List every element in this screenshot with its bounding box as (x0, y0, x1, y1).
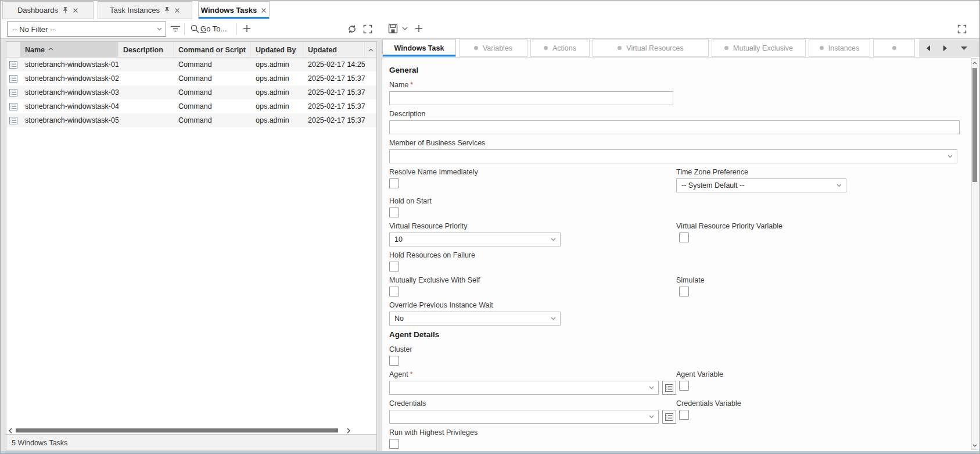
simulate-checkbox[interactable] (679, 287, 689, 296)
save-menu-chevron-icon[interactable] (402, 27, 408, 31)
required-asterisk: * (410, 81, 413, 89)
run-with-highest-privileges-label: Run with Highest Privileges (389, 428, 971, 437)
scroll-left-icon[interactable] (6, 427, 14, 434)
resolve-name-immediately-label: Resolve Name Immediately (389, 168, 676, 176)
filter-select-value: -- No Filter -- (12, 25, 157, 34)
credentials-variable-checkbox[interactable] (679, 410, 689, 420)
search-icon[interactable] (190, 24, 200, 34)
go-to-label: o To... (206, 24, 227, 33)
virtual-resource-priority-label: Virtual Resource Priority (389, 222, 676, 230)
credentials-variable-label: Credentials Variable (676, 399, 971, 407)
windows-task-form: General Name* Description Member of Bus (382, 57, 971, 451)
vertical-scrollbar[interactable] (971, 58, 978, 450)
cell-name: stonebranch-windowstask-05 (20, 116, 119, 124)
scroll-down-icon[interactable] (972, 441, 978, 449)
horizontal-scrollbar-thumb[interactable] (16, 428, 338, 432)
hold-on-start-label: Hold on Start (389, 197, 971, 205)
save-icon[interactable] (387, 23, 399, 34)
section-heading-agent-details: Agent Details (389, 330, 971, 339)
agent-select[interactable] (389, 381, 659, 395)
go-to-button[interactable]: Go To... (200, 24, 227, 33)
close-icon[interactable] (261, 8, 267, 13)
tab-scroll-left-icon[interactable] (919, 45, 936, 52)
status-bar: 5 Windows Tasks (6, 434, 376, 451)
refresh-icon[interactable] (347, 24, 357, 34)
virtual-resource-priority-select[interactable]: 10 (389, 233, 561, 246)
tab-variables[interactable]: Variables (459, 39, 527, 57)
run-with-highest-privileges-checkbox[interactable] (389, 439, 399, 449)
vertical-scrollbar-thumb[interactable] (972, 68, 977, 182)
time-zone-preference-select[interactable]: -- System Default -- (676, 178, 846, 192)
table-row[interactable]: stonebranch-windowstask-01 Command ops.a… (6, 58, 376, 72)
tab-virtual-resources[interactable]: Virtual Resources (593, 39, 709, 57)
tab-mutually-exclusive[interactable]: Mutually Exclusive (712, 39, 806, 57)
tab-actions[interactable]: Actions (530, 39, 590, 57)
tab-status-dot-icon (618, 46, 622, 50)
scroll-up-icon[interactable] (972, 59, 978, 67)
new-record-icon[interactable] (414, 24, 423, 33)
add-task-icon[interactable] (242, 24, 252, 33)
cell-updated-by: ops.admin (251, 74, 303, 83)
record-icon (9, 117, 17, 124)
table-row[interactable]: stonebranch-windowstask-04 Command ops.a… (6, 99, 376, 113)
window-bottom-edge (1, 451, 979, 453)
detail-tabbar: Windows Task Variables Actions Virtual R… (382, 39, 979, 57)
scroll-right-icon[interactable] (344, 427, 352, 434)
chevron-down-icon (551, 317, 556, 320)
hold-resources-on-failure-checkbox[interactable] (389, 262, 399, 271)
credentials-label: Credentials (389, 399, 676, 407)
chevron-down-icon (837, 184, 842, 187)
agent-variable-checkbox[interactable] (679, 381, 689, 391)
tab-partial[interactable] (873, 39, 915, 57)
tab-status-dot-icon (820, 46, 824, 50)
horizontal-scrollbar[interactable] (6, 427, 376, 434)
window-tab-task-instances[interactable]: Task Instances (98, 1, 192, 19)
grid-header-icon-column[interactable] (6, 42, 20, 58)
resolve-name-immediately-checkbox[interactable] (389, 178, 399, 188)
filter-icon[interactable] (170, 24, 181, 33)
override-previous-instance-wait-select[interactable]: No (389, 312, 561, 326)
pin-icon[interactable] (62, 6, 69, 14)
agent-picker-button[interactable] (662, 381, 676, 395)
credentials-picker-button[interactable] (662, 410, 676, 424)
grid-header-command-or-script[interactable]: Command or Script (174, 42, 251, 58)
table-row[interactable]: stonebranch-windowstask-02 Command ops.a… (6, 72, 376, 85)
tab-overflow-menu-icon[interactable] (955, 45, 972, 51)
description-input[interactable] (389, 120, 960, 134)
tab-scroll-right-icon[interactable] (936, 45, 954, 52)
close-icon[interactable] (174, 8, 180, 13)
tab-instances[interactable]: Instances (809, 39, 870, 57)
table-row[interactable]: stonebranch-windowstask-05 Command ops.a… (6, 113, 376, 127)
member-business-services-select[interactable] (389, 149, 957, 163)
name-input[interactable] (389, 91, 673, 105)
task-detail-panel: Windows Task Variables Actions Virtual R… (382, 39, 979, 451)
tab-windows-task[interactable]: Windows Task (382, 39, 456, 57)
cell-command: Command (174, 116, 251, 124)
cell-command: Command (174, 60, 251, 69)
filter-select[interactable]: -- No Filter -- (7, 22, 166, 37)
close-icon[interactable] (73, 8, 78, 13)
sort-ascending-icon (48, 47, 53, 51)
grid-header-updated[interactable]: Updated (303, 42, 365, 58)
chevron-down-icon (157, 27, 162, 31)
mutually-exclusive-with-self-checkbox[interactable] (389, 287, 399, 296)
cell-updated: 2025-02-17 15:37:16 - (303, 102, 365, 110)
window-tab-dashboards[interactable]: Dashboards (2, 1, 94, 19)
cluster-checkbox[interactable] (389, 356, 399, 366)
description-label: Description (389, 110, 971, 118)
expand-list-icon[interactable] (363, 24, 372, 34)
grid-header-name[interactable]: Name (20, 42, 119, 58)
credentials-select[interactable] (389, 410, 659, 424)
window-tab-windows-tasks[interactable]: Windows Tasks (198, 1, 270, 19)
maximize-panel-icon[interactable] (957, 24, 967, 34)
table-row[interactable]: stonebranch-windowstask-03 Command ops.a… (6, 85, 376, 99)
time-zone-preference-label: Time Zone Preference (676, 168, 971, 176)
grid-header-description[interactable]: Description (119, 42, 174, 58)
tab-status-dot-icon (892, 46, 896, 50)
hold-on-start-checkbox[interactable] (389, 208, 399, 217)
cell-name: stonebranch-windowstask-02 (20, 74, 119, 83)
virtual-resource-priority-variable-checkbox[interactable] (679, 233, 689, 242)
grid-header-updated-by[interactable]: Updated By (251, 42, 303, 58)
pin-icon[interactable] (164, 6, 170, 14)
grid-header-collapse[interactable] (365, 42, 376, 58)
